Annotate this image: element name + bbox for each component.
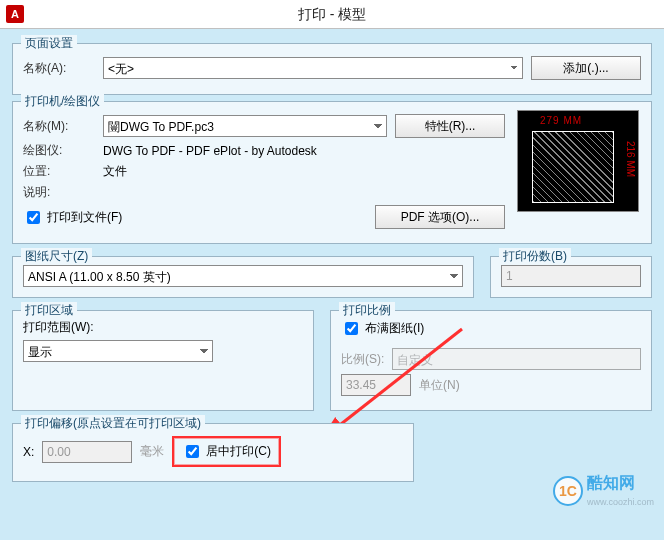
page-name-combo[interactable]: <无> (103, 57, 523, 79)
watermark: 1C 酷知网 www.coozhi.com (553, 473, 654, 496)
center-plot-label: 居中打印(C) (206, 443, 271, 460)
scale-combo: 自定义 (392, 348, 641, 370)
group-paper-size: 图纸尺寸(Z) ANSI A (11.00 x 8.50 英寸) (12, 256, 474, 298)
page-name-label: 名称(A): (23, 60, 95, 77)
properties-button[interactable]: 特性(R)... (395, 114, 505, 138)
preview-dim-right: 216 MM (625, 141, 636, 177)
watermark-text: 酷知网 (587, 474, 635, 491)
scale-label: 比例(S): (341, 351, 384, 368)
group-printer: 打印机/绘图仪 名称(M): 闓DWG To PDF.pc3 特性(R)... … (12, 101, 652, 244)
title-bar: A 打印 - 模型 (0, 0, 664, 29)
offset-x-label: X: (23, 445, 34, 459)
pdf-options-button[interactable]: PDF 选项(O)... (375, 205, 505, 229)
center-plot-checkbox[interactable]: 居中打印(C) (182, 442, 271, 461)
where-value: 文件 (103, 163, 127, 180)
paper-size-combo[interactable]: ANSI A (11.00 x 8.50 英寸) (23, 265, 463, 287)
where-label: 位置: (23, 163, 95, 180)
legend-copies: 打印份数(B) (499, 248, 571, 265)
fit-to-paper-checkbox[interactable]: 布满图纸(I) (341, 319, 424, 338)
plotter-label: 绘图仪: (23, 142, 95, 159)
group-offset: 打印偏移(原点设置在可打印区域) X: 毫米 居中打印(C) (12, 423, 414, 482)
legend-paper-size: 图纸尺寸(Z) (21, 248, 92, 265)
copies-input[interactable] (501, 265, 641, 287)
units-label: 单位(N) (419, 377, 460, 394)
center-plot-input[interactable] (186, 445, 199, 458)
center-highlight: 居中打印(C) (172, 436, 281, 467)
plot-range-combo[interactable]: 显示 (23, 340, 213, 362)
printer-name-combo[interactable]: 闓DWG To PDF.pc3 (103, 115, 387, 137)
print-to-file-input[interactable] (27, 211, 40, 224)
desc-label: 说明: (23, 184, 95, 201)
plot-range-label: 打印范围(W): (23, 319, 303, 336)
legend-printer: 打印机/绘图仪 (21, 93, 104, 110)
print-to-file-checkbox[interactable]: 打印到文件(F) (23, 208, 122, 227)
legend-page-setup: 页面设置 (21, 35, 77, 52)
fit-to-paper-input[interactable] (345, 322, 358, 335)
legend-offset: 打印偏移(原点设置在可打印区域) (21, 415, 205, 432)
paper-preview: 279 MM 216 MM (517, 110, 639, 212)
window-title: 打印 - 模型 (0, 0, 664, 28)
add-button[interactable]: 添加(.)... (531, 56, 641, 80)
offset-x-unit: 毫米 (140, 443, 164, 460)
legend-plot-area: 打印区域 (21, 302, 77, 319)
group-scale: 打印比例 布满图纸(I) 比例(S): 自定义 单位(N) (330, 310, 652, 411)
preview-dim-top: 279 MM (540, 115, 582, 126)
app-icon: A (6, 5, 24, 23)
legend-scale: 打印比例 (339, 302, 395, 319)
fit-to-paper-label: 布满图纸(I) (365, 320, 424, 337)
printer-name-label: 名称(M): (23, 118, 95, 135)
group-page-setup: 页面设置 名称(A): <无> 添加(.)... (12, 43, 652, 95)
plotter-value: DWG To PDF - PDF ePlot - by Autodesk (103, 144, 317, 158)
print-to-file-label: 打印到文件(F) (47, 209, 122, 226)
preview-plot-area (532, 131, 614, 203)
watermark-icon: 1C (553, 476, 583, 497)
offset-x-input (42, 441, 132, 463)
group-plot-area: 打印区域 打印范围(W): 显示 (12, 310, 314, 411)
group-copies: 打印份数(B) (490, 256, 652, 298)
units-input (341, 374, 411, 396)
